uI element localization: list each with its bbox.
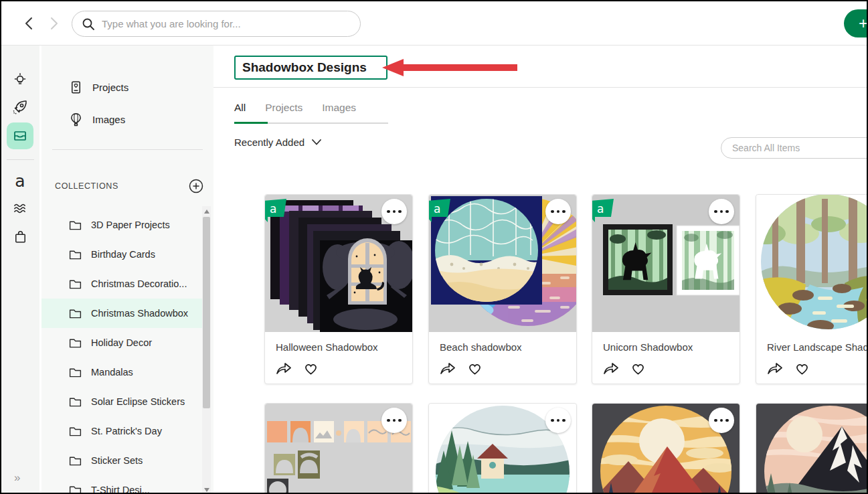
project-thumbnail xyxy=(756,195,868,332)
tab-active-underline xyxy=(234,122,268,124)
collection-item[interactable]: Mandalas xyxy=(41,357,202,387)
sidebar-item-shop[interactable] xyxy=(7,223,33,250)
main-content: Shadowbox Designs All Projects Images Re… xyxy=(213,46,868,494)
forward-arrow-icon[interactable] xyxy=(46,15,62,31)
sidebar-item-materials[interactable] xyxy=(7,195,33,222)
collection-item[interactable]: Sticker Sets xyxy=(41,446,202,475)
heart-icon[interactable] xyxy=(467,361,483,376)
sidebar-item-ideas[interactable] xyxy=(7,66,33,93)
sidebar-scrollbar[interactable] xyxy=(202,206,211,494)
collection-label: Christmas Shadowbox xyxy=(91,308,188,319)
back-arrow-icon[interactable] xyxy=(21,15,37,31)
folder-icon xyxy=(68,307,82,321)
hot-air-balloon-icon xyxy=(68,112,84,127)
scrollbar-down-arrow[interactable] xyxy=(204,488,209,492)
sidebar-item-label: Images xyxy=(92,114,125,125)
new-project-button[interactable]: + xyxy=(844,9,868,37)
card-more-menu-button[interactable] xyxy=(709,199,734,224)
rail-divider xyxy=(7,159,34,160)
collection-item[interactable]: 3D Paper Projects xyxy=(41,210,202,240)
scrollbar-thumb[interactable] xyxy=(203,217,210,408)
collection-title-input[interactable]: Shadowbox Designs xyxy=(234,56,387,80)
project-card[interactable]: a Unicorn Shadowbox xyxy=(592,194,740,384)
scrollbar-up-arrow[interactable] xyxy=(204,210,209,214)
sidebar-item-access[interactable]: a xyxy=(7,167,33,194)
card-more-menu-button[interactable] xyxy=(545,199,571,224)
project-thumbnail xyxy=(756,404,868,494)
project-thumbnail: a xyxy=(592,195,740,332)
project-card[interactable]: a Halloween Shadowbox xyxy=(264,194,413,384)
collection-label: Holiday Decor xyxy=(91,337,152,348)
collection-label: T-Shirt Desi... xyxy=(91,485,150,494)
add-collection-button[interactable] xyxy=(189,179,203,193)
card-more-menu-button[interactable] xyxy=(545,408,571,433)
collection-item[interactable]: Christmas Decoratio... xyxy=(41,269,202,299)
project-card[interactable] xyxy=(264,403,413,494)
collection-label: Mandalas xyxy=(91,367,133,378)
svg-text:a: a xyxy=(597,202,604,216)
card-more-menu-button[interactable] xyxy=(381,199,407,224)
tab-images[interactable]: Images xyxy=(322,102,356,123)
collection-label: Solar Eclipse Stickers xyxy=(91,396,185,407)
project-card[interactable] xyxy=(428,403,577,494)
folder-icon xyxy=(68,454,82,468)
sort-label: Recently Added xyxy=(234,137,305,148)
collection-item-selected[interactable]: Christmas Shadowbox xyxy=(41,299,202,328)
card-more-menu-button[interactable] xyxy=(381,408,407,433)
heart-icon[interactable] xyxy=(303,361,319,376)
project-card[interactable] xyxy=(756,403,868,494)
heart-icon[interactable] xyxy=(630,361,646,376)
svg-text:a: a xyxy=(270,202,276,216)
collection-item[interactable]: Solar Eclipse Stickers xyxy=(41,387,202,416)
collections-header: COLLECTIONS xyxy=(55,181,118,191)
items-search-input[interactable] xyxy=(721,137,868,159)
card-title: River Landscape Shadow xyxy=(756,332,868,353)
tab-all[interactable]: All xyxy=(234,102,246,123)
sidebar-item-images[interactable]: Images xyxy=(41,108,213,131)
global-search-input[interactable] xyxy=(102,18,343,29)
share-icon[interactable] xyxy=(276,361,292,376)
expand-rail-button[interactable]: » xyxy=(14,471,19,485)
project-card[interactable]: a Beach shadowbox xyxy=(428,194,577,384)
folder-icon xyxy=(68,483,82,494)
card-title: Unicorn Shadowbox xyxy=(592,332,740,353)
collection-label: Birthday Cards xyxy=(91,249,155,260)
access-badge: a xyxy=(429,199,450,223)
search-icon xyxy=(82,17,95,31)
sidebar-item-projects[interactable]: Projects xyxy=(41,76,213,98)
card-title: Halloween Shadowbox xyxy=(265,332,412,353)
access-badge: a xyxy=(265,199,286,223)
left-icon-rail: a » xyxy=(1,46,39,494)
heart-icon[interactable] xyxy=(794,361,810,376)
access-badge: a xyxy=(592,199,614,223)
share-icon[interactable] xyxy=(603,361,619,376)
collection-item[interactable]: St. Patrick's Day xyxy=(41,416,202,446)
sidebar-divider xyxy=(52,149,203,150)
sidebar-item-my-stuff[interactable] xyxy=(7,122,33,149)
share-icon[interactable] xyxy=(440,361,456,376)
share-icon[interactable] xyxy=(767,361,783,376)
tab-projects[interactable]: Projects xyxy=(265,102,302,123)
access-a-icon: a xyxy=(15,173,25,189)
chevron-down-icon xyxy=(312,139,321,145)
folder-icon xyxy=(68,336,82,350)
project-card[interactable] xyxy=(592,403,740,494)
annotation-red-arrow xyxy=(382,58,517,77)
svg-text:a: a xyxy=(434,202,440,216)
collection-item[interactable]: Birthday Cards xyxy=(41,240,202,269)
notebook-heart-icon xyxy=(68,80,84,95)
sort-dropdown[interactable]: Recently Added xyxy=(234,137,321,148)
global-search xyxy=(72,11,361,37)
folder-icon xyxy=(68,277,82,291)
collection-item[interactable]: T-Shirt Desi... xyxy=(41,475,202,494)
collection-item[interactable]: Holiday Decor xyxy=(41,328,202,357)
header-divider xyxy=(213,87,868,88)
card-more-menu-button[interactable] xyxy=(709,408,734,433)
folder-icon xyxy=(68,248,82,262)
sidebar-item-label: Projects xyxy=(92,82,128,93)
collection-label: 3D Paper Projects xyxy=(91,220,170,230)
project-card[interactable]: River Landscape Shadow xyxy=(756,194,868,384)
sidebar-item-discover[interactable] xyxy=(7,94,33,120)
folder-icon xyxy=(68,395,82,409)
app-window: + a xyxy=(0,0,868,494)
